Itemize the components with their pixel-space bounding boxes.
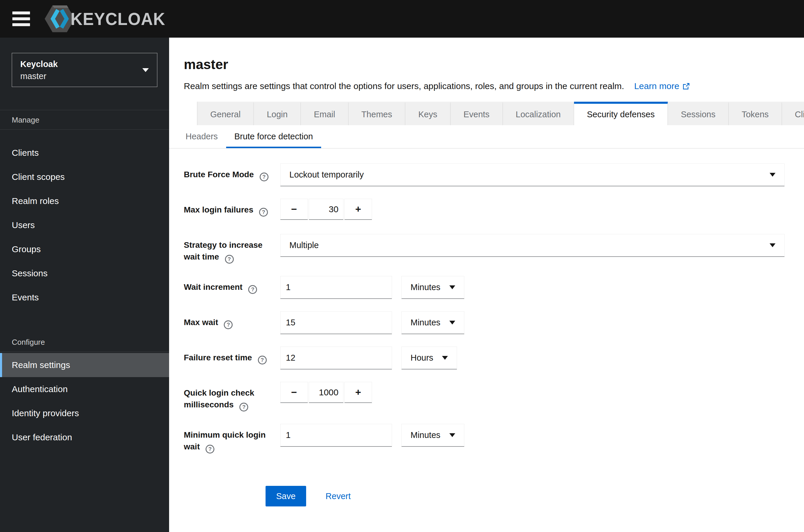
chevron-down-icon [142, 68, 149, 72]
help-icon[interactable]: ? [206, 445, 214, 454]
keycloak-logo: KEYCLOAK [45, 5, 165, 33]
sidebar-item-events[interactable]: Events [0, 285, 169, 309]
realm-selector-title: Keycloak [20, 58, 58, 70]
keycloak-hexagon-icon [45, 5, 75, 33]
plus-button[interactable]: + [344, 199, 372, 220]
form-row-max-wait: Max wait ?Minutes [184, 311, 785, 334]
security-defenses-subtabs: HeadersBrute force detection [169, 127, 804, 148]
field-control-max-wait: Minutes [280, 311, 785, 334]
save-button[interactable]: Save [265, 486, 306, 507]
nav-section-title: Configure [0, 332, 169, 352]
field-label-text: Brute Force Mode [184, 170, 256, 179]
tab-login[interactable]: Login [254, 102, 301, 125]
tab-keys[interactable]: Keys [405, 102, 450, 125]
failure-reset-time-input[interactable] [280, 346, 392, 369]
external-link-icon [682, 82, 690, 90]
field-label-quick-login-check-milliseconds: Quick login check milliseconds ? [184, 382, 280, 412]
chevron-down-icon [770, 243, 775, 247]
field-control-strategy-to-increase-wait-time: Multiple [280, 234, 785, 257]
form-row-quick-login-check-milliseconds: Quick login check milliseconds ?−1000+ [184, 382, 785, 412]
learn-more-link[interactable]: Learn more [634, 81, 690, 91]
wait-increment-unit-select[interactable]: Minutes [401, 276, 464, 299]
wait-increment-input[interactable] [280, 276, 392, 299]
field-control-brute-force-mode: Lockout temporarily [280, 164, 785, 186]
tab-tokens[interactable]: Tokens [729, 102, 782, 125]
form-row-max-login-failures: Max login failures ?−30+ [184, 199, 785, 222]
tab-themes[interactable]: Themes [349, 102, 406, 125]
field-label-text: Max wait [184, 318, 220, 327]
form-actions: Save Revert [265, 486, 804, 507]
chevron-down-icon [449, 433, 455, 437]
tab-email[interactable]: Email [301, 102, 349, 125]
sidebar-item-realm-settings[interactable]: Realm settings [0, 353, 169, 377]
sidebar-item-sessions[interactable]: Sessions [0, 261, 169, 285]
help-icon[interactable]: ? [225, 255, 234, 264]
realm-selector-current-realm: master [20, 70, 58, 82]
select-value: Hours [411, 353, 433, 363]
page-title: master [184, 56, 804, 72]
nav-section-manage: ManageClientsClient scopesRealm rolesUse… [0, 110, 169, 309]
max-wait-input[interactable] [280, 311, 392, 334]
field-label-text: Failure reset time [184, 353, 255, 362]
subtab-headers[interactable]: Headers [177, 127, 226, 148]
tab-security-defenses[interactable]: Security defenses [574, 102, 668, 125]
help-icon[interactable]: ? [258, 356, 267, 364]
field-label-minimum-quick-login-wait: Minimum quick login wait ? [184, 424, 280, 454]
field-label-text: Strategy to increase wait time [184, 241, 263, 261]
sidebar-item-identity-providers[interactable]: Identity providers [0, 401, 169, 425]
tab-events[interactable]: Events [450, 102, 503, 125]
minus-button[interactable]: − [280, 199, 308, 220]
nav-section-title: Manage [0, 110, 169, 129]
strategy-to-increase-wait-time-select[interactable]: Multiple [280, 234, 785, 257]
help-icon[interactable]: ? [259, 208, 268, 216]
tab-sessions[interactable]: Sessions [668, 102, 729, 125]
help-icon[interactable]: ? [260, 173, 268, 182]
select-value: Lockout temporarily [289, 170, 364, 179]
sidebar-item-client-scopes[interactable]: Client scopes [0, 165, 169, 189]
realm-settings-tabs: GeneralLoginEmailThemesKeysEventsLocaliz… [197, 102, 804, 125]
chevron-down-icon [442, 356, 448, 360]
sidebar-item-groups[interactable]: Groups [0, 237, 169, 261]
tab-general[interactable]: General [197, 102, 254, 125]
sidebar-item-realm-roles[interactable]: Realm roles [0, 189, 169, 213]
minus-button[interactable]: − [280, 382, 308, 403]
sidebar: Keycloak master ManageClientsClient scop… [0, 38, 169, 532]
page-header: master Realm settings are settings that … [169, 38, 804, 91]
form-row-wait-increment: Wait increment ?Minutes [184, 276, 785, 299]
field-label-max-wait: Max wait ? [184, 311, 280, 329]
plus-button[interactable]: + [344, 382, 372, 403]
help-icon[interactable]: ? [239, 403, 248, 412]
max-login-failures-value[interactable]: 30 [309, 199, 343, 220]
form-row-minimum-quick-login-wait: Minimum quick login wait ?Minutes [184, 424, 785, 454]
revert-button[interactable]: Revert [325, 491, 351, 501]
field-label-text: Max login failures [184, 205, 256, 214]
sidebar-item-clients[interactable]: Clients [0, 141, 169, 165]
sidebar-item-user-federation[interactable]: User federation [0, 425, 169, 450]
top-navigation-bar: KEYCLOAK [0, 0, 804, 38]
field-label-max-login-failures: Max login failures ? [184, 199, 280, 216]
brute-force-detection-form: Brute Force Mode ?Lockout temporarilyMax… [169, 148, 804, 454]
hamburger-menu-icon[interactable] [12, 12, 30, 26]
realm-selector[interactable]: Keycloak master [12, 53, 157, 87]
minimum-quick-login-wait-input[interactable] [280, 424, 392, 447]
tab-localization[interactable]: Localization [503, 102, 574, 125]
quick-login-check-milliseconds-stepper: −1000+ [280, 382, 372, 403]
field-label-failure-reset-time: Failure reset time ? [184, 346, 280, 364]
quick-login-check-milliseconds-value[interactable]: 1000 [309, 382, 343, 403]
help-icon[interactable]: ? [248, 285, 257, 294]
field-control-minimum-quick-login-wait: Minutes [280, 424, 785, 447]
field-label-text: Minimum quick login wait [184, 430, 265, 451]
subtab-brute-force-detection[interactable]: Brute force detection [226, 127, 321, 148]
brute-force-mode-select[interactable]: Lockout temporarily [280, 164, 785, 186]
sidebar-item-users[interactable]: Users [0, 213, 169, 237]
field-label-brute-force-mode: Brute Force Mode ? [184, 164, 280, 182]
help-icon[interactable]: ? [224, 320, 232, 329]
max-wait-unit-select[interactable]: Minutes [401, 311, 464, 334]
failure-reset-time-unit-select[interactable]: Hours [401, 346, 457, 369]
tab-client-policies[interactable]: Client policies [782, 102, 804, 125]
field-label-strategy-to-increase-wait-time: Strategy to increase wait time ? [184, 234, 280, 264]
sidebar-item-authentication[interactable]: Authentication [0, 377, 169, 401]
minimum-quick-login-wait-unit-select[interactable]: Minutes [401, 424, 464, 447]
field-control-max-login-failures: −30+ [280, 199, 785, 220]
field-label-wait-increment: Wait increment ? [184, 276, 280, 294]
